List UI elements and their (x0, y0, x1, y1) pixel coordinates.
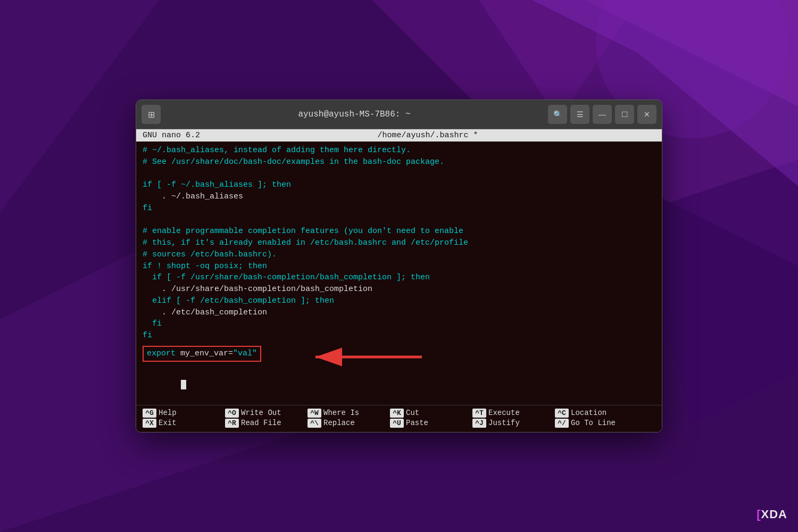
label-replace: Replace (323, 419, 355, 427)
code-line: . /usr/share/bash-completion/bash_comple… (143, 284, 655, 295)
shortcut-go-to-line: ^/ Go To Line (555, 419, 637, 428)
shortcut-write-out: ^O Write Out (225, 409, 307, 418)
title-bar-title: ayush@ayush-MS-7B86: ~ (161, 110, 548, 119)
label-cut: Cut (406, 409, 419, 417)
key-ctrl-j: ^J (472, 419, 486, 428)
code-line: elif [ -f /etc/bash_completion ]; then (143, 295, 655, 307)
title-bar-left: ⊞ (142, 105, 161, 124)
code-line: if ! shopt -oq posix; then (143, 261, 655, 272)
export-line: export my_env_var="val" (143, 346, 261, 362)
arrow-annotation (307, 346, 425, 368)
code-line: fi (143, 318, 655, 330)
xda-logo: [XDA (757, 508, 787, 521)
code-area[interactable]: # ~/.bash_aliases, instead of adding the… (136, 142, 662, 405)
svg-marker-2 (585, 0, 798, 106)
code-line (143, 214, 655, 226)
label-location: Location (571, 409, 606, 417)
shortcut-replace: ^\ Replace (307, 419, 390, 428)
add-tab-icon: ⊞ (148, 110, 155, 120)
code-line: if [ -f ~/.bash_aliases ]; then (143, 179, 655, 191)
arrow-svg (307, 346, 425, 368)
xda-text: XDA (761, 508, 787, 521)
code-line: # See /usr/share/doc/bash-doc/examples i… (143, 156, 655, 168)
label-help: Help (159, 409, 177, 417)
code-line: fi (143, 203, 655, 214)
code-line (143, 168, 655, 180)
title-bar-controls: 🔍 ☰ — ☐ ✕ (548, 105, 656, 124)
label-write-out: Write Out (241, 409, 281, 417)
key-ctrl-slash: ^/ (555, 419, 569, 428)
shortcut-where-is: ^W Where Is (307, 409, 390, 418)
key-ctrl-r: ^R (225, 419, 239, 428)
shortcut-row-1: ^G Help ^O Write Out ^W Where Is ^K Cut … (143, 409, 655, 419)
shortcut-cut: ^K Cut (390, 409, 472, 418)
export-varname: my_env_var= (176, 349, 233, 358)
label-justify: Justify (488, 419, 520, 427)
export-value: "val" (233, 349, 257, 358)
shortcut-read-file: ^R Read File (225, 419, 307, 428)
key-ctrl-x: ^X (143, 419, 156, 428)
label-go-to-line: Go To Line (571, 419, 616, 427)
key-ctrl-c: ^C (555, 409, 569, 418)
code-line: if [ -f /usr/share/bash-completion/bash_… (143, 272, 655, 284)
shortcut-justify: ^J Justify (472, 419, 555, 428)
terminal-window: ⊞ ayush@ayush-MS-7B86: ~ 🔍 ☰ — ☐ ✕ GNU n… (136, 99, 662, 433)
label-exit: Exit (159, 419, 177, 427)
code-line: # ~/.bash_aliases, instead of adding the… (143, 145, 655, 156)
shortcut-paste: ^U Paste (390, 419, 472, 428)
nano-header-left: GNU nano 6.2 (143, 131, 200, 140)
shortcuts-bar: ^G Help ^O Write Out ^W Where Is ^K Cut … (136, 405, 662, 432)
key-ctrl-g: ^G (143, 409, 156, 418)
label-where-is: Where Is (323, 409, 359, 417)
key-ctrl-t: ^T (472, 409, 486, 418)
key-ctrl-o: ^O (225, 409, 239, 418)
shortcut-location: ^C Location (555, 409, 637, 418)
code-line: fi (143, 330, 655, 342)
code-line: # sources /etc/bash.bashrc). (143, 249, 655, 261)
title-bar: ⊞ ayush@ayush-MS-7B86: ~ 🔍 ☰ — ☐ ✕ (136, 100, 662, 129)
key-ctrl-w: ^W (307, 409, 321, 418)
nano-header: GNU nano 6.2 /home/ayush/.bashrc * (136, 129, 662, 142)
shortcut-help: ^G Help (143, 409, 225, 418)
shortcut-row-2: ^X Exit ^R Read File ^\ Replace ^U Paste… (143, 419, 655, 429)
code-line: . ~/.bash_aliases (143, 191, 655, 203)
shortcut-exit: ^X Exit (143, 419, 225, 428)
export-keyword: export (147, 349, 176, 358)
nano-header-center: /home/ayush/.bashrc * (378, 131, 478, 140)
svg-marker-4 (638, 160, 798, 426)
text-cursor (181, 380, 186, 389)
label-read-file: Read File (241, 419, 281, 427)
search-button[interactable]: 🔍 (548, 105, 567, 124)
code-line: # enable programmable completion feature… (143, 226, 655, 237)
menu-button[interactable]: ☰ (570, 105, 589, 124)
shortcut-execute: ^T Execute (472, 409, 555, 418)
code-line: # this, if it's already enabled in /etc/… (143, 237, 655, 249)
maximize-button[interactable]: ☐ (615, 105, 634, 124)
key-ctrl-k: ^K (390, 409, 404, 418)
close-button[interactable]: ✕ (637, 105, 656, 124)
key-ctrl-backslash: ^\ (307, 419, 321, 428)
label-paste: Paste (406, 419, 428, 427)
add-tab-button[interactable]: ⊞ (142, 105, 161, 124)
cursor-line (143, 368, 655, 403)
terminal-body: GNU nano 6.2 /home/ayush/.bashrc * # ~/.… (136, 129, 662, 432)
code-line: . /etc/bash_completion (143, 307, 655, 319)
key-ctrl-u: ^U (390, 419, 404, 428)
xda-bracket-open: [ (757, 508, 761, 521)
minimize-button[interactable]: — (593, 105, 612, 124)
label-execute: Execute (488, 409, 520, 417)
